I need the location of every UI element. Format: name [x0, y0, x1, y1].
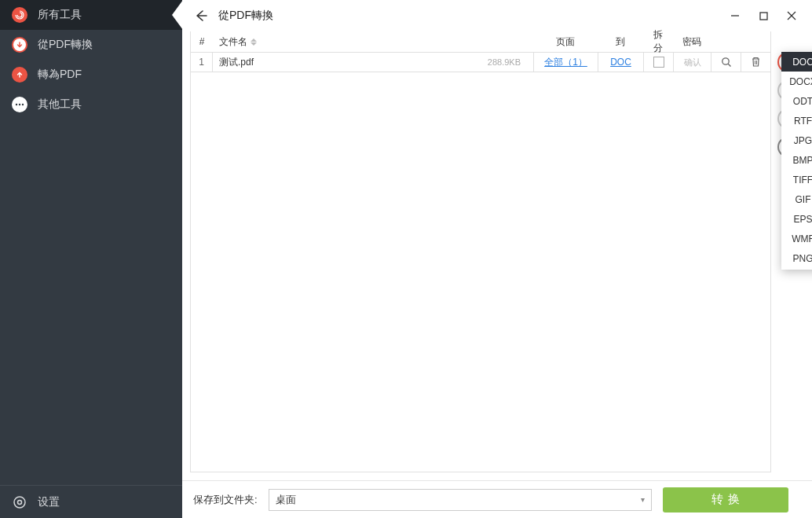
dropdown-item-docx[interactable]: DOCX — [781, 72, 812, 91]
main: 從PDF轉換 # 文件名 页面 — [182, 0, 812, 518]
svg-point-1 — [19, 104, 20, 105]
arrow-up-circle-icon — [11, 66, 28, 83]
sidebar-item-label: 所有工具 — [38, 8, 82, 22]
minimize-button[interactable] — [721, 4, 749, 28]
cell-split[interactable] — [643, 53, 673, 72]
search-icon — [721, 57, 732, 68]
table-row[interactable]: 1 测试.pdf 288.9KB 全部（1） DOC 确认 — [191, 52, 770, 72]
sidebar-item-from-pdf[interactable]: 從PDF轉換 — [0, 30, 182, 60]
dropdown-item-odt[interactable]: ODT — [781, 91, 812, 111]
back-button[interactable] — [193, 8, 209, 24]
cell-delete[interactable] — [741, 53, 770, 72]
sort-icon — [251, 37, 257, 46]
cell-preview[interactable] — [711, 53, 741, 72]
page-title: 從PDF轉換 — [218, 9, 273, 23]
cell-index: 1 — [191, 53, 213, 72]
cell-filename: 测试.pdf 288.9KB — [213, 56, 533, 69]
col-split: 拆分 — [643, 28, 673, 55]
svg-point-4 — [18, 500, 22, 504]
filesize-text: 288.9KB — [488, 57, 527, 67]
dropdown-item-eps[interactable]: EPS — [781, 209, 812, 229]
save-folder-select[interactable]: 桌面 ▾ — [269, 489, 652, 511]
sidebar-item-other-tools[interactable]: 其他工具 — [0, 90, 182, 119]
sidebar-settings[interactable]: 设置 — [0, 485, 182, 518]
sidebar-item-label: 其他工具 — [38, 97, 82, 112]
col-filename[interactable]: 文件名 — [213, 35, 533, 49]
svg-point-9 — [722, 58, 728, 64]
sidebar-item-label: 轉為PDF — [38, 68, 82, 82]
swirl-icon — [11, 6, 28, 24]
sidebar: 所有工具 從PDF轉換 轉為PDF 其他工具 设置 — [0, 0, 182, 518]
svg-point-2 — [22, 104, 24, 105]
dropdown-item-bmp[interactable]: BMP — [781, 150, 812, 170]
arrow-down-circle-icon — [11, 36, 28, 53]
convert-button[interactable]: 转换 — [663, 487, 788, 512]
sidebar-item-label: 從PDF轉換 — [38, 38, 93, 52]
checkbox-icon — [653, 57, 664, 68]
dropdown-item-tiff[interactable]: TIFF — [781, 170, 812, 189]
cell-page[interactable]: 全部（1） — [533, 53, 598, 72]
save-to-label: 保存到文件夹: — [193, 493, 258, 507]
col-to: 到 — [598, 35, 643, 49]
format-dropdown: DOC DOCX ODT RTF JPG BMP TIFF GIF EPS WM… — [781, 52, 812, 270]
svg-point-0 — [16, 104, 17, 105]
col-password: 密码 — [673, 35, 711, 49]
file-table: # 文件名 页面 到 拆分 密码 1 测试.pdf 2 — [190, 31, 771, 472]
col-page: 页面 — [533, 35, 598, 49]
svg-point-3 — [14, 497, 25, 508]
col-filename-label: 文件名 — [219, 35, 247, 49]
gear-icon — [11, 494, 28, 511]
titlebar: 從PDF轉換 — [182, 0, 812, 31]
dropdown-item-gif[interactable]: GIF — [781, 189, 812, 209]
close-button[interactable] — [777, 4, 806, 28]
cell-password[interactable]: 确认 — [673, 53, 711, 72]
trash-icon — [751, 57, 761, 68]
dots-circle-icon — [11, 96, 28, 113]
svg-rect-6 — [760, 13, 767, 20]
dropdown-item-rtf[interactable]: RTF — [781, 111, 812, 130]
col-index: # — [191, 36, 213, 47]
dropdown-item-doc[interactable]: DOC — [781, 52, 812, 72]
svg-line-10 — [728, 64, 730, 66]
table-header: # 文件名 页面 到 拆分 密码 — [191, 31, 770, 52]
sidebar-item-all-tools[interactable]: 所有工具 — [0, 0, 182, 30]
dropdown-item-jpg[interactable]: JPG — [781, 130, 812, 150]
settings-label: 设置 — [38, 495, 60, 509]
footer: 保存到文件夹: 桌面 ▾ 转换 — [182, 480, 812, 518]
maximize-button[interactable] — [749, 4, 777, 28]
filename-text: 测试.pdf — [219, 56, 488, 69]
cell-format-select[interactable]: DOC — [598, 53, 643, 72]
dropdown-item-png[interactable]: PNG — [781, 248, 812, 268]
dropdown-item-wmf[interactable]: WMF — [781, 229, 812, 248]
sidebar-item-to-pdf[interactable]: 轉為PDF — [0, 60, 182, 90]
save-folder-value: 桌面 — [276, 493, 296, 507]
caret-down-icon: ▾ — [641, 495, 645, 504]
